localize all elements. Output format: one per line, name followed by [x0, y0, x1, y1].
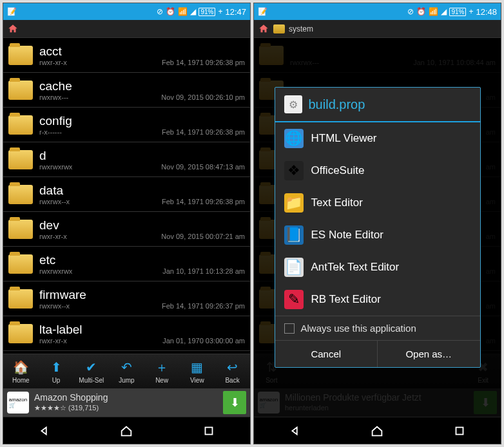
download-icon[interactable]: ⬇ — [223, 391, 246, 414]
file-date: Nov 09, 2015 08:47:13 am — [161, 163, 245, 171]
file-row[interactable]: lta-label rwxr-xr-xJan 01, 1970 03:00:00… — [3, 316, 250, 351]
signal-icon: ◢ — [441, 7, 447, 16]
dialog-buttons: Cancel Open as… — [275, 340, 480, 367]
file-name: config — [39, 114, 245, 128]
file-row[interactable]: d rwxrwxrwxNov 09, 2015 08:47:13 am — [3, 142, 250, 177]
folder-icon — [8, 185, 33, 204]
svg-rect-1 — [456, 427, 463, 434]
file-name: data — [39, 184, 245, 198]
file-permissions: rwxr-xr-x — [39, 59, 67, 66]
app-icon: 🌐 — [284, 129, 304, 148]
app-icon: 📁 — [284, 193, 304, 213]
file-name: d — [39, 149, 245, 163]
file-date: Nov 09, 2015 00:26:10 pm — [161, 93, 245, 101]
always-use-label: Always use this application — [301, 323, 416, 334]
file-row[interactable]: etc rwxrwxrwxJan 10, 1971 10:13:28 am — [3, 247, 250, 281]
breadcrumb[interactable] — [3, 20, 250, 38]
app-indicator-icon: 📝 — [7, 7, 17, 16]
file-date: Feb 14, 1971 09:26:37 pm — [162, 302, 245, 310]
toolbar-label: New — [155, 377, 168, 384]
nav-back-icon[interactable] — [288, 424, 302, 438]
battery-icon: 91% — [199, 8, 215, 16]
file-permissions: rwxrwx--x — [39, 198, 70, 205]
folder-icon — [8, 46, 33, 65]
file-name: cache — [39, 79, 245, 93]
always-use-row[interactable]: Always use this application — [275, 316, 480, 340]
app-indicator-icon: 📝 — [258, 7, 267, 16]
toolbar-label: Multi-Sel — [79, 377, 104, 384]
file-name: acct — [39, 44, 245, 59]
nav-back-icon[interactable] — [37, 424, 52, 438]
file-permissions: rwxrwx--x — [39, 302, 70, 310]
home-icon: 🏠 — [12, 359, 29, 376]
folder-icon — [8, 115, 33, 135]
app-option[interactable]: 📁 Text Editor — [275, 187, 480, 219]
alarm-icon: ⏰ — [166, 7, 175, 16]
file-row[interactable]: dev rwxr-xr-xNov 09, 2015 00:07:21 am — [3, 212, 250, 247]
toolbar-up-button[interactable]: ⬆Up — [40, 359, 72, 384]
file-permissions: rwxr-xr-x — [39, 233, 67, 240]
battery-plus-icon: + — [469, 7, 473, 16]
nav-home-icon[interactable] — [370, 424, 384, 438]
toolbar-view-button[interactable]: ▦View — [181, 359, 213, 384]
jump-icon: ↶ — [118, 359, 135, 376]
nav-bar — [3, 417, 250, 444]
status-clock: 12:47 — [225, 7, 246, 17]
toolbar-multi-sel-button[interactable]: ✔Multi-Sel — [75, 359, 108, 384]
no-icon: ⊘ — [157, 7, 163, 16]
svg-rect-0 — [206, 427, 213, 434]
app-option[interactable]: 📘 ES Note Editor — [275, 219, 480, 251]
file-date: Feb 14, 1971 09:26:38 pm — [162, 128, 245, 136]
app-option[interactable]: 📄 AntTek Text Editor — [275, 251, 480, 283]
app-option[interactable]: ❖ OfficeSuite — [275, 155, 480, 187]
checkbox-icon[interactable] — [284, 323, 295, 334]
dialog-overlay: ⚙ build.prop 🌐 HTML Viewer❖ OfficeSuite📁… — [254, 38, 501, 417]
gear-file-icon: ⚙ — [284, 95, 302, 113]
status-bar: 📝 ⊘ ⏰ 📶 ◢ 91% + 12:47 — [3, 3, 250, 20]
dialog-header: ⚙ build.prop — [275, 88, 480, 122]
cancel-button[interactable]: Cancel — [275, 341, 378, 367]
toolbar-label: View — [190, 377, 204, 384]
toolbar-label: Back — [225, 377, 239, 384]
toolbar-new-button[interactable]: ＋New — [146, 359, 178, 384]
wifi-icon: 📶 — [429, 7, 438, 16]
breadcrumb[interactable]: system — [254, 20, 501, 38]
amazon-icon: amazon🛒 — [7, 392, 29, 414]
folder-icon — [8, 324, 33, 343]
toolbar-home-button[interactable]: 🏠Home — [5, 359, 37, 384]
toolbar-back-button[interactable]: ↩Back — [217, 359, 249, 384]
app-icon: ❖ — [284, 161, 304, 180]
file-name: etc — [39, 253, 245, 267]
nav-recent-icon[interactable] — [452, 424, 467, 438]
toolbar-jump-button[interactable]: ↶Jump — [110, 359, 142, 384]
screenshot-left: 📝 ⊘ ⏰ 📶 ◢ 91% + 12:47 acct rwxr-xr-xFeb … — [3, 3, 251, 444]
file-name: firmware — [39, 288, 245, 302]
file-permissions: r-x------ — [39, 128, 62, 136]
app-icon: 📄 — [284, 258, 304, 277]
app-option[interactable]: ✎ RB Text Editor — [275, 283, 480, 316]
file-permissions: rwxr-xr-x — [39, 337, 67, 345]
open-as-button[interactable]: Open as… — [378, 341, 480, 367]
file-row[interactable]: data rwxrwx--xFeb 14, 1971 09:26:38 pm — [3, 177, 250, 212]
dialog-title: build.prop — [309, 97, 365, 112]
up-icon: ⬆ — [48, 359, 64, 376]
app-label: Text Editor — [311, 196, 363, 209]
file-row[interactable]: cache rwxrwx---Nov 09, 2015 00:26:10 pm — [3, 73, 250, 108]
nav-home-icon[interactable] — [119, 424, 133, 438]
folder-icon — [8, 150, 33, 169]
file-row[interactable]: acct rwxr-xr-xFeb 14, 1971 09:26:38 pm — [3, 38, 250, 73]
signal-icon: ◢ — [190, 7, 196, 16]
file-row[interactable]: firmware rwxrwx--xFeb 14, 1971 09:26:37 … — [3, 281, 250, 316]
ad-banner[interactable]: amazon🛒 Amazon Shopping ★★★★☆ (319,715) … — [3, 388, 250, 417]
file-date: Feb 14, 1971 09:26:38 pm — [162, 59, 245, 66]
file-row[interactable]: config r-x------Feb 14, 1971 09:26:38 pm — [3, 108, 250, 142]
file-permissions: rwxrwx--- — [39, 93, 68, 101]
app-icon: ✎ — [284, 290, 304, 309]
home-icon — [258, 23, 269, 35]
app-option[interactable]: 🌐 HTML Viewer — [275, 122, 480, 155]
view-icon: ▦ — [189, 359, 206, 376]
toolbar-label: Home — [12, 377, 30, 384]
file-name: dev — [39, 218, 245, 233]
battery-icon: 91% — [449, 8, 466, 16]
nav-recent-icon[interactable] — [202, 424, 216, 438]
